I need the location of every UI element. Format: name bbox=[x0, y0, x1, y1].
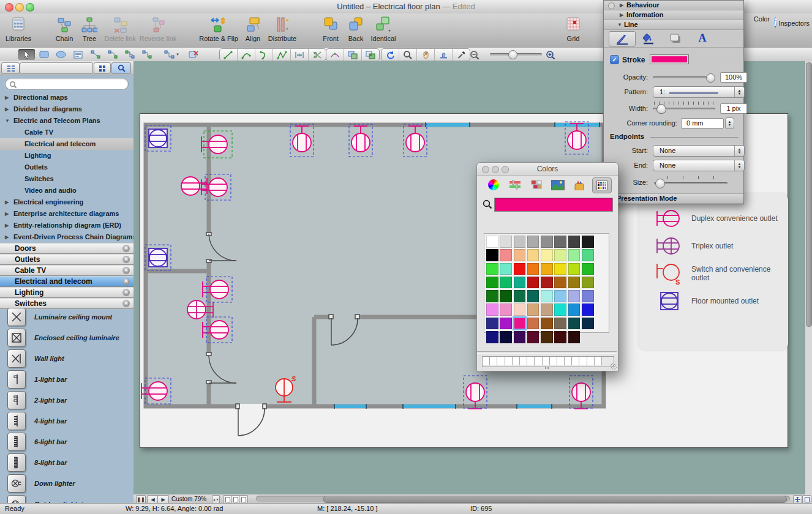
palette-swatch[interactable] bbox=[582, 236, 594, 248]
recent-color-swatch[interactable] bbox=[483, 357, 490, 365]
presentation-mode-header[interactable]: ▶ Presentation Mode bbox=[604, 193, 743, 204]
tree-item-cable-tv[interactable]: Cable TV bbox=[0, 127, 133, 138]
close-icon[interactable] bbox=[122, 278, 130, 285]
palette-swatch[interactable] bbox=[500, 318, 512, 330]
palette-swatch[interactable] bbox=[541, 318, 553, 330]
identical-button[interactable]: Identical bbox=[367, 15, 399, 42]
library-search-button[interactable] bbox=[111, 62, 131, 74]
palette-swatch[interactable] bbox=[527, 331, 539, 343]
eyedropper-tool-button[interactable] bbox=[453, 49, 470, 61]
section-cable-tv[interactable]: Cable TV bbox=[0, 265, 133, 276]
recent-color-swatch[interactable] bbox=[557, 357, 565, 365]
inspector-section-information[interactable]: ▶ Information bbox=[604, 10, 743, 20]
front-button[interactable]: Front bbox=[317, 15, 344, 42]
symbol-enclosed-ceiling-luminaire[interactable]: Enclosed ceiling luminaire bbox=[0, 327, 133, 348]
align-button[interactable]: Align bbox=[241, 15, 265, 42]
palette-swatch[interactable] bbox=[514, 318, 526, 330]
color-wheel-mode-button[interactable] bbox=[484, 177, 503, 192]
palette-swatch[interactable] bbox=[527, 236, 539, 248]
recent-color-swatch[interactable] bbox=[579, 357, 587, 365]
chain-button[interactable]: Chain bbox=[50, 15, 79, 42]
line-tool-button[interactable] bbox=[220, 49, 238, 61]
palette-swatch[interactable] bbox=[514, 277, 526, 289]
palette-swatch[interactable] bbox=[486, 236, 498, 248]
palette-swatch[interactable] bbox=[486, 331, 498, 343]
recent-color-swatch[interactable] bbox=[535, 357, 542, 365]
resize-grip-icon[interactable] bbox=[611, 363, 617, 370]
width-value-field[interactable]: 1 pix bbox=[720, 103, 747, 114]
palette-swatch[interactable] bbox=[541, 304, 553, 316]
tree-item-outlets[interactable]: Outlets bbox=[0, 162, 133, 173]
zoom-tool-button[interactable] bbox=[399, 49, 417, 61]
minimize-window-button[interactable] bbox=[15, 3, 24, 12]
vertical-scrollbar[interactable] bbox=[805, 61, 812, 494]
symbol-1-light-bar[interactable]: 1-light bar bbox=[0, 369, 133, 390]
palette-swatch[interactable] bbox=[554, 249, 566, 261]
back-button[interactable]: Back bbox=[344, 15, 367, 42]
symbol-6-light-bar[interactable]: 6-light bar bbox=[0, 431, 133, 452]
library-search-input[interactable] bbox=[5, 78, 129, 90]
refresh-tool-button[interactable] bbox=[382, 49, 399, 61]
palette-swatch[interactable] bbox=[582, 263, 594, 275]
grid-view-button[interactable] bbox=[94, 62, 111, 74]
tab-stroke-brush[interactable] bbox=[609, 31, 636, 47]
palette-swatch[interactable] bbox=[554, 263, 566, 275]
opacity-slider[interactable] bbox=[653, 76, 714, 78]
palette-swatch[interactable] bbox=[568, 249, 581, 261]
recent-color-swatch[interactable] bbox=[572, 357, 579, 365]
palette-swatch[interactable] bbox=[514, 290, 526, 302]
close-icon[interactable] bbox=[122, 245, 130, 252]
palette-swatch[interactable] bbox=[541, 236, 553, 248]
recent-color-swatch[interactable] bbox=[550, 357, 557, 365]
color-sliders-mode-button[interactable] bbox=[506, 177, 524, 192]
zoom-slider-knob[interactable] bbox=[508, 50, 517, 59]
current-color-bar[interactable] bbox=[494, 198, 613, 212]
curve-tool-button[interactable] bbox=[238, 49, 255, 61]
close-icon[interactable] bbox=[122, 256, 130, 263]
grid-button[interactable]: Grid bbox=[560, 15, 587, 42]
palette-swatch[interactable] bbox=[500, 236, 512, 248]
libraries-button[interactable]: Libraries bbox=[1, 15, 36, 42]
delete-shape-tool-button[interactable] bbox=[185, 49, 201, 60]
inspector-section-behaviour[interactable]: ▶ Behaviour bbox=[604, 1, 743, 10]
reshape-tool-button[interactable] bbox=[326, 49, 344, 61]
tree-item-erd[interactable]: ▶Entity-relationship diagram (ERD) bbox=[0, 220, 133, 231]
minimize-window-button[interactable] bbox=[492, 166, 499, 173]
recent-color-swatch[interactable] bbox=[513, 357, 520, 365]
arc-tool-button[interactable] bbox=[255, 49, 273, 61]
color-button[interactable]: Color bbox=[748, 15, 775, 23]
palette-close-icon[interactable] bbox=[608, 2, 615, 9]
tree-item-video-and-audio[interactable]: Video and audio bbox=[0, 185, 133, 196]
palette-swatch[interactable] bbox=[541, 331, 553, 343]
inspector-section-line[interactable]: ▼ Line bbox=[604, 20, 743, 30]
tree-connector-tool-button[interactable] bbox=[121, 49, 138, 60]
tree-item-switches[interactable]: Switches bbox=[0, 173, 133, 185]
palette-swatch[interactable] bbox=[568, 236, 581, 248]
rectangle-tool-button[interactable] bbox=[36, 49, 52, 60]
palette-swatch[interactable] bbox=[486, 304, 498, 316]
opacity-value-field[interactable]: 100% bbox=[720, 72, 747, 83]
section-electrical-and-telecom[interactable]: Electrical and telecom bbox=[0, 276, 133, 287]
zoom-window-button[interactable] bbox=[502, 166, 509, 173]
symbol-8-light-bar[interactable]: 8-light bar bbox=[0, 452, 133, 473]
tab-fill[interactable] bbox=[636, 31, 661, 45]
zoom-level-select[interactable]: Custom 79% bbox=[171, 496, 206, 502]
palette-swatch[interactable] bbox=[568, 331, 581, 343]
palette-swatch[interactable] bbox=[514, 331, 526, 343]
symbol-outdoor-lightning[interactable]: s Outdoor lightning bbox=[0, 494, 133, 504]
rotate-flip-button[interactable]: Rotate & Flip bbox=[193, 15, 244, 42]
image-palettes-mode-button[interactable] bbox=[549, 177, 567, 192]
palette-swatch[interactable] bbox=[554, 304, 566, 316]
size-slider[interactable] bbox=[654, 182, 727, 184]
recent-color-swatch[interactable] bbox=[587, 357, 595, 365]
palette-swatch[interactable] bbox=[568, 277, 581, 289]
corner-rounding-stepper[interactable]: ▲▼ bbox=[725, 117, 734, 129]
distribute-button[interactable]: Distribute bbox=[265, 15, 300, 42]
horizontal-scrollbar-thumb[interactable] bbox=[323, 496, 787, 503]
text-tool-button[interactable] bbox=[70, 49, 86, 60]
palette-swatch[interactable] bbox=[486, 263, 498, 275]
recent-color-swatch[interactable] bbox=[505, 357, 513, 365]
pattern-dropdown[interactable]: 1: ▲▼ bbox=[653, 86, 745, 98]
stroke-checkbox[interactable]: ✓ bbox=[610, 55, 619, 64]
next-page-button[interactable]: ▶ bbox=[157, 495, 169, 504]
